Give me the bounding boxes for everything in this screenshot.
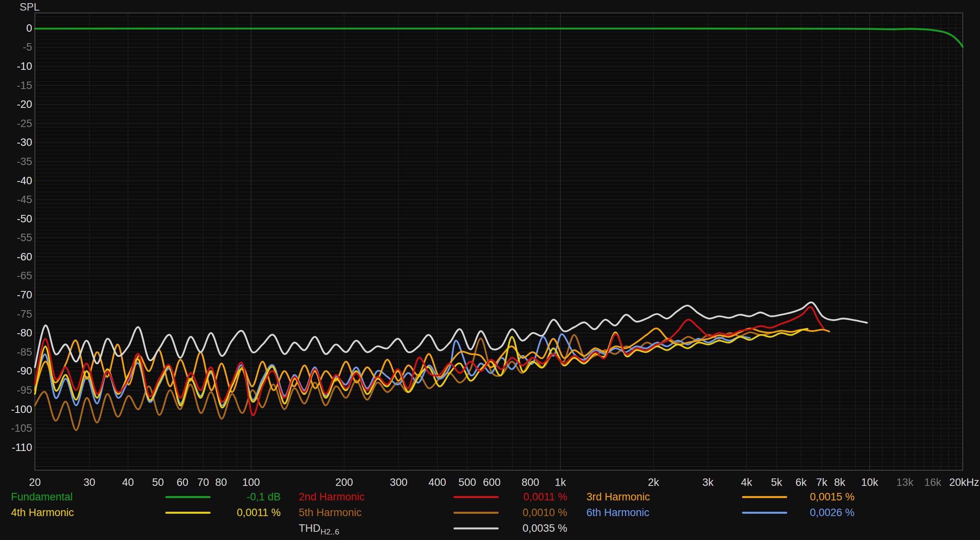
y-tick-label: -55 (0, 232, 32, 244)
y-tick-label: -35 (0, 156, 32, 167)
x-tick-label: 20 (4, 476, 66, 488)
y-tick-label: -100 (0, 404, 32, 415)
x-tick-label: 200 (313, 476, 376, 488)
y-tick-label: 0 (0, 22, 32, 34)
legend-label-4th-harmonic: 4th Harmonic (11, 506, 74, 519)
y-tick-label: -10 (0, 60, 32, 72)
legend-value-5th-harmonic: 0,0010 % (459, 506, 567, 519)
x-tick-label: 100 (220, 476, 282, 488)
y-tick-label: -90 (0, 365, 32, 377)
y-tick-label: -65 (0, 270, 32, 282)
legend-value-3rd-harmonic: 0,0015 % (753, 491, 855, 503)
y-tick-label: -15 (0, 80, 32, 91)
y-axis-title: SPL (20, 1, 40, 13)
y-tick-label: -20 (0, 98, 32, 110)
thd-text: THD (299, 522, 321, 534)
y-tick-label: -50 (0, 213, 32, 225)
legend-value-thd: 0,0035 % (459, 522, 567, 535)
y-tick-label: -60 (0, 251, 32, 263)
legend-value-4th-harmonic: 0,0011 % (172, 506, 281, 519)
plot-canvas (0, 0, 980, 540)
x-tick-label: 20kHz (916, 476, 979, 488)
spl-distortion-chart: SPL 0-5-10-15-20-25-30-35-40-45-50-55-60… (0, 0, 980, 540)
x-tick-label: 1k (529, 476, 592, 488)
legend-value-fundamental: -0,1 dB (172, 491, 281, 503)
y-tick-label: -30 (0, 136, 32, 148)
y-tick-label: -105 (0, 422, 32, 434)
y-tick-label: -25 (0, 118, 32, 129)
legend-label-5th-harmonic: 5th Harmonic (299, 506, 362, 519)
legend-label-fundamental: Fundamental (11, 491, 73, 503)
thd-subscript: H2..6 (321, 527, 339, 536)
y-tick-label: -75 (0, 308, 32, 320)
legend-label-thd: THDH2..6 (299, 522, 339, 535)
legend-value-2nd-harmonic: 0,0011 % (459, 491, 567, 503)
legend-label-6th-harmonic: 6th Harmonic (586, 506, 650, 519)
y-tick-label: -5 (0, 41, 32, 53)
y-tick-label: -45 (0, 194, 32, 205)
legend-value-6th-harmonic: 0,0026 % (753, 506, 855, 519)
y-tick-label: -40 (0, 175, 32, 187)
y-tick-label: -70 (0, 289, 32, 301)
y-tick-label: -110 (0, 442, 32, 453)
legend-label-3rd-harmonic: 3rd Harmonic (586, 491, 650, 503)
y-tick-label: -80 (0, 327, 32, 339)
legend-label-2nd-harmonic: 2nd Harmonic (299, 491, 365, 503)
y-tick-label: -85 (0, 346, 32, 358)
x-tick-label: 2k (622, 476, 685, 488)
y-tick-label: -95 (0, 384, 32, 396)
